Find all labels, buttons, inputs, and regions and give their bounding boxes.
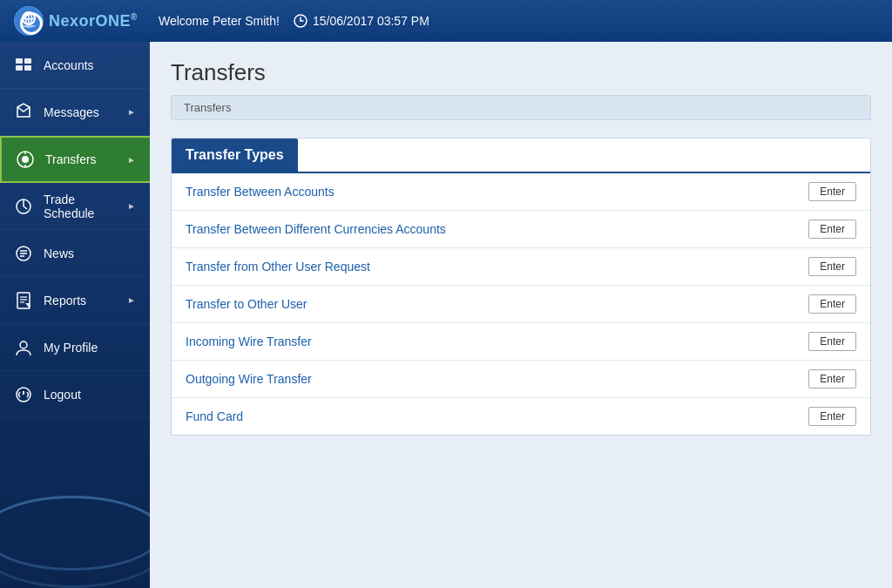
svg-point-13 [22, 156, 29, 163]
logout-label: Logout [44, 388, 136, 402]
news-icon [14, 244, 33, 263]
transfer-label-outgoing-wire: Outgoing Wire Transfer [186, 372, 312, 386]
transfer-row-outgoing-wire[interactable]: Outgoing Wire Transfer Enter [172, 361, 870, 398]
transfer-label-between-accounts: Transfer Between Accounts [186, 185, 334, 199]
messages-icon [14, 103, 33, 122]
logo: NexorONE® [14, 6, 138, 36]
enter-button-between-accounts[interactable]: Enter [808, 182, 856, 201]
enter-button-incoming-wire[interactable]: Enter [808, 332, 856, 351]
transfer-label-to-other-user: Transfer to Other User [186, 297, 307, 311]
messages-label: Messages [44, 105, 117, 119]
sidebar-decoration [0, 418, 150, 588]
profile-icon [14, 338, 33, 357]
sidebar-item-accounts[interactable]: Accounts [0, 42, 150, 89]
transfer-row-to-other-user[interactable]: Transfer to Other User Enter [172, 286, 870, 323]
sidebar-item-transfers[interactable]: Transfers ► [0, 136, 150, 183]
transfer-label-incoming-wire: Incoming Wire Transfer [186, 335, 312, 348]
main-layout: Accounts Messages ► [0, 42, 892, 588]
accounts-icon [14, 56, 33, 75]
sidebar: Accounts Messages ► [0, 42, 150, 588]
trade-icon [14, 197, 33, 216]
sidebar-item-news[interactable]: News [0, 230, 150, 277]
transfers-label: Transfers [45, 152, 117, 166]
enter-button-to-other-user[interactable]: Enter [808, 294, 856, 314]
transfer-types-panel: Transfer Types Transfer Between Accounts… [171, 138, 871, 436]
trade-chevron: ► [127, 201, 136, 211]
sidebar-item-messages[interactable]: Messages ► [0, 89, 150, 136]
sidebar-item-reports[interactable]: Reports ► [0, 277, 150, 324]
svg-point-28 [20, 341, 27, 348]
enter-button-different-currencies[interactable]: Enter [808, 220, 856, 239]
welcome-text: Welcome Peter Smith! [159, 14, 280, 28]
page-title: Transfers [171, 59, 871, 86]
enter-button-outgoing-wire[interactable]: Enter [808, 369, 856, 389]
transfer-label-fund-card: Fund Card [186, 409, 243, 423]
breadcrumb: Transfers [171, 95, 871, 120]
my-profile-label: My Profile [44, 341, 136, 355]
sidebar-item-trade-schedule[interactable]: Trade Schedule ► [0, 183, 150, 230]
svg-point-3 [26, 12, 32, 24]
logo-text: NexorONE® [49, 12, 138, 30]
logo-icon [14, 6, 44, 36]
transfer-row-other-user-request[interactable]: Transfer from Other User Request Enter [172, 248, 870, 286]
svg-rect-7 [16, 58, 23, 64]
panel-header: Transfer Types [172, 139, 298, 172]
header-datetime: 15/06/2017 03:57 PM [294, 14, 429, 28]
messages-chevron: ► [127, 107, 136, 117]
trade-label: Trade Schedule [44, 193, 117, 220]
sidebar-item-my-profile[interactable]: My Profile [0, 324, 150, 371]
transfers-icon [16, 150, 35, 169]
clock-icon [294, 14, 307, 28]
transfer-label-other-user-request: Transfer from Other User Request [186, 260, 370, 274]
svg-point-0 [15, 7, 43, 35]
app-header: NexorONE® Welcome Peter Smith! 15/06/201… [0, 0, 892, 42]
panel-header-row: Transfer Types [172, 139, 870, 173]
main-content: Transfers Transfers Transfer Types Trans… [150, 42, 892, 588]
reports-icon [14, 291, 33, 310]
news-label: News [44, 247, 136, 260]
sidebar-item-logout[interactable]: Logout [0, 371, 150, 418]
transfer-label-different-currencies: Transfer Between Different Currencies Ac… [186, 222, 446, 236]
enter-button-other-user-request[interactable]: Enter [808, 257, 856, 276]
svg-rect-10 [24, 65, 31, 71]
reports-chevron: ► [127, 295, 136, 305]
logout-icon [14, 385, 33, 404]
accounts-label: Accounts [44, 58, 136, 72]
svg-rect-8 [24, 58, 31, 64]
svg-point-1 [23, 12, 35, 24]
transfer-row-incoming-wire[interactable]: Incoming Wire Transfer Enter [172, 323, 870, 361]
svg-line-18 [24, 206, 27, 209]
enter-button-fund-card[interactable]: Enter [808, 407, 856, 426]
svg-rect-9 [16, 65, 23, 71]
transfers-chevron: ► [127, 155, 136, 165]
svg-marker-11 [17, 104, 30, 117]
transfer-row-between-accounts[interactable]: Transfer Between Accounts Enter [172, 173, 870, 211]
reports-label: Reports [44, 294, 117, 308]
transfer-row-fund-card[interactable]: Fund Card Enter [172, 398, 870, 435]
transfer-row-different-currencies[interactable]: Transfer Between Different Currencies Ac… [172, 211, 870, 248]
